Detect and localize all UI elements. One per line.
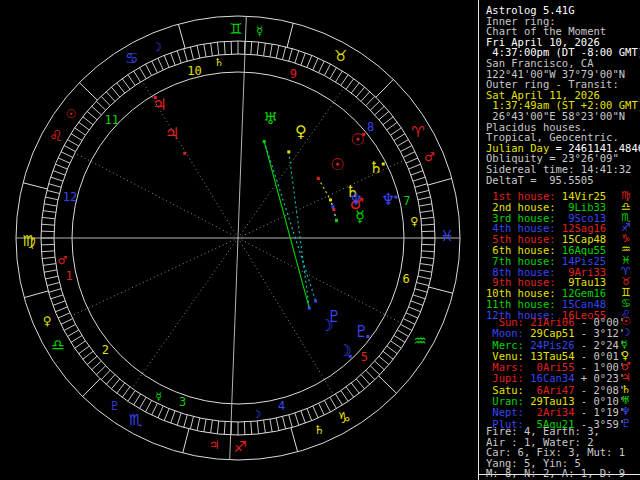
natal-planet-dot-pluto [314,300,317,303]
house-number-6: 6 [402,272,409,286]
ring-planet-mars-ring: ♂ [57,254,67,267]
planet-label: Jupi: [486,372,524,384]
house-system: Placidus houses. [486,121,640,132]
sign-boundary-line [291,428,298,452]
planet-velocity: - 0°01' [581,350,625,362]
sign-glyph-taurus: ♉ [334,47,347,65]
info-panel: Astrolog 5.41GInner ring:Chart of the Mo… [486,0,640,480]
sign-glyph-scorpio: ♏ [129,411,143,429]
ring-planet-saturn-ring: ♄ [214,56,224,69]
house-number-10: 10 [187,64,201,78]
house-row-3: 3rd house: 9Sco13♏ [486,212,640,223]
planet-velocity: + 0°23' [581,372,625,384]
outer-ring-planet-dot-sun-outer [362,133,365,136]
planet-position-value: 2Ari34 [530,406,574,418]
julian-day: Julian Day = 2461141.4846 [486,142,640,153]
natal-planet-dot-moon [308,307,311,310]
house-number-5: 5 [361,350,368,364]
band-planet-moon-band: ☽ [151,40,162,54]
outer-ring-label: Outer ring - Transit: [486,78,640,89]
astrolog-screen: ♈♉♊♋♌♍♎♏♐♑♒♓☽☿♀☉♂♃♄♇123456789101112♀☿☽♂♄… [0,0,640,480]
planet-label: Nept: [486,406,524,418]
sign-boundary-line [429,287,453,293]
inner-location: San Francisco, CA [486,57,640,68]
sign-glyph-libra: ♎ [51,336,64,354]
zodiac-system: Tropical, Geocentric. [486,131,640,142]
modes: Car: 6, Fix: 3, Mut: 1 [486,446,640,457]
natal-planet-sun: ☉ [330,155,344,174]
planet-position-value: 6Ari47 [530,384,574,396]
natal-planet-jupiter: ♃ [165,124,179,143]
outer-ring-planet-dot-saturn-outer [382,162,385,165]
planet-label: Satu: [486,384,524,396]
planet-label: Sun: [486,316,524,328]
planet-velocity: - 2°08' [581,384,625,396]
outer-date: Sat April 11, 2026 [486,89,640,100]
outer-ring-planet-dot-moon-outer [349,355,352,358]
planet-row-♂: Mars: 0Ari55 - 1°00'♂ [486,361,640,372]
planet-label: Mars: [486,361,524,373]
aspect-line-uranus-moon [264,141,309,308]
natal-planet-dot-saturn [329,198,332,201]
planet-positions-section: Sun: 21Ari06 - 0°00'☉ Moon: 29Cap51 - 3°… [486,316,640,429]
outer-ring-planet-dot-jupiter-outer [154,96,157,99]
natal-planet-dot-mercury [335,219,338,222]
ring-planet-mercury-ring: ☿ [155,390,162,403]
house-number-2: 2 [102,343,109,357]
sign-glyph-aquarius: ♒ [413,332,426,350]
ring-planet-venus-ring: ♀ [410,215,418,228]
elements-2: Air : 1, Water: 2 [486,436,640,447]
house-number-8: 8 [367,120,374,134]
sign-glyph-capricorn: ♑ [338,409,351,427]
sign-boundary-line [183,429,189,453]
planet-position-value: 13Tau54 [530,350,574,362]
planet-position-value: 24Pis26 [530,339,574,351]
wheel-svg: ♈♉♊♋♌♍♎♏♐♑♒♓☽☿♀☉♂♃♄♇123456789101112♀☿☽♂♄… [0,0,478,480]
planet-position-value: 0Ari55 [530,361,574,373]
natal-planet-dot-sun [317,177,320,180]
aspect-line-venus-moon [289,152,309,308]
house-row-10: 10th house: 12Gem16♊ [486,287,640,298]
natal-planet-pluto: ♇ [327,307,341,326]
band-planet-sun-band: ☉ [66,107,77,121]
planet-row-☉: Sun: 21Ari06 - 0°00'☉ [486,316,640,327]
planet-label: Venu: [486,350,524,362]
band-planet-jupiter-band: ♃ [209,438,220,452]
inner-ring-label: Inner ring: [486,15,640,26]
sign-glyph-sagittarius: ♐ [233,438,246,456]
inner-date: Fri April 10, 2026 [486,36,640,47]
outer-ring-planet-pluto-outer: ♇ [354,322,368,341]
planet-velocity: - 3°12' [581,327,625,339]
sign-boundary-line [79,83,97,100]
house-row-7: 7th house: 14Pis25♓ [486,255,640,266]
house-row-8: 8th house: 9Ari33♈ [486,266,640,277]
sidereal-time: Sidereal time: 14:41:32 [486,163,640,174]
sign-boundary-line [23,183,47,189]
planet-label: Uran: [486,395,524,407]
natal-planet-dot-jupiter [183,152,186,155]
planet-row-♃: Jupi: 16Can34 + 0°23'♃ [486,372,640,383]
outer-ring-planet-neptune-outer: ♆ [381,190,395,209]
inner-time: 4:37:00pm (DT -8:00 GMT) [486,46,640,57]
house-cusp-line [238,88,344,238]
natal-planet-dot-uranus [263,140,266,143]
planet-row-☽: Moon: 29Cap51 - 3°12'☽ [486,327,640,338]
planet-velocity: - 1°19' [581,406,625,418]
house-row-11: 11th house: 15Can48♋ [486,298,640,309]
app-title: Astrolog 5.41G [486,4,640,15]
planet-position-value: 29Tau13 [530,395,574,407]
house-number-7: 7 [403,194,410,208]
house-number-3: 3 [179,395,186,409]
house-cusp-line [238,238,401,323]
band-planet-venus-band: ♀ [43,314,52,328]
house-cusps-section: 1st house: 14Vir25♍ 2nd house: 9Lib33♎ 3… [486,190,640,320]
sign-glyph-virgo: ♍ [22,232,35,250]
element-totals-section: Fire: 4, Earth: 3,Air : 1, Water: 2Car: … [486,425,640,478]
house-cusp-line [75,153,238,238]
sign-boundary-line [178,24,185,48]
chart-info-section: Astrolog 5.41GInner ring:Chart of the Mo… [486,4,640,184]
aspect-line-sun-saturn [318,178,330,200]
outer-ring-planet-dot-pluto-outer [366,335,369,338]
house-number-12: 12 [63,190,77,204]
planet-position-value: 21Ari06 [530,316,574,328]
